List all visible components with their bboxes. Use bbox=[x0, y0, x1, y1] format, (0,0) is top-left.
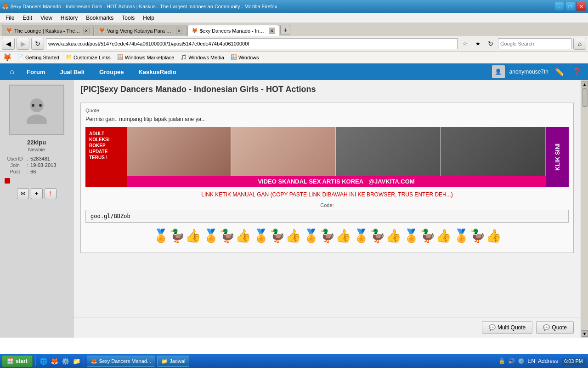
tab2-icon: 🦊 bbox=[99, 28, 105, 34]
bookmark-icon-getting-started: 📄 bbox=[17, 54, 24, 60]
tab3-label: $exy Dancers Manado - Indonesian Girls .… bbox=[200, 28, 267, 34]
menu-tools[interactable]: Tools bbox=[118, 14, 138, 22]
maximize-button[interactable]: □ bbox=[565, 2, 575, 11]
new-tab-button[interactable]: + bbox=[280, 25, 290, 35]
quote-button[interactable]: 💬 Quote bbox=[536, 321, 574, 334]
menu-help[interactable]: Help bbox=[139, 14, 158, 22]
star-filled-icon[interactable]: ★ bbox=[472, 38, 483, 49]
kaskus-nav-groupee[interactable]: Groupee bbox=[92, 63, 131, 80]
scrollbar[interactable]: ▲ ▼ bbox=[581, 80, 588, 338]
tab1-icon: 🦊 bbox=[6, 28, 12, 34]
window-title: $exy Dancers Manado - Indonesian Girls -… bbox=[11, 4, 277, 9]
address-bar: ◀ ▶ ↻ ☆ ★ ↻ ⌂ bbox=[0, 36, 588, 52]
forward-button[interactable]: ▶ bbox=[17, 38, 29, 50]
post-title: [PIC]$exy Dancers Manado - Indonesian Gi… bbox=[80, 85, 574, 97]
taskbar-firefox-icon[interactable]: 🦊 bbox=[50, 356, 59, 366]
taskbar-firefox-window[interactable]: 🦊 $exy Dancers Manad... bbox=[87, 356, 155, 367]
bookmark-customize-links[interactable]: 📁 Customize Links bbox=[63, 53, 113, 61]
taskbar-separator-1 bbox=[35, 356, 36, 366]
emoji-7: 🏅🦆👍 bbox=[453, 228, 502, 243]
help-icon[interactable]: ❓ bbox=[571, 65, 583, 78]
add-friend-button[interactable]: + bbox=[31, 188, 43, 199]
refresh-button[interactable]: ↻ bbox=[31, 38, 44, 50]
emoji-4: 🏅🦆👍 bbox=[303, 228, 351, 243]
star-icon[interactable]: ☆ bbox=[459, 38, 470, 49]
taskbar: 🪟 start 🌐 🦊 ⚙️ 📁 🦊 $exy Dancers Manad...… bbox=[0, 354, 588, 368]
bookmark-getting-started[interactable]: 📄 Getting Started bbox=[15, 53, 62, 61]
taskbar-folder-window[interactable]: 📁 Jadwal bbox=[157, 356, 189, 367]
bookmark-windows[interactable]: 🪟 Windows bbox=[228, 53, 262, 61]
address-label: Address bbox=[538, 358, 558, 364]
title-bar-controls: – □ ✕ bbox=[554, 2, 586, 11]
back-button[interactable]: ◀ bbox=[2, 38, 15, 50]
user-avatar-large bbox=[9, 85, 64, 135]
join-row: Join : 19-03-2013 bbox=[5, 162, 68, 168]
report-button[interactable]: ! bbox=[45, 188, 57, 199]
search-input[interactable] bbox=[498, 38, 571, 49]
reload-icon[interactable]: ↻ bbox=[485, 38, 496, 49]
scroll-thumb[interactable] bbox=[582, 88, 588, 107]
kaskus-nav-left: ⌂ Forum Jual Beli Groupee KaskusRadio bbox=[5, 63, 184, 80]
tab2-close[interactable]: ✕ bbox=[176, 28, 182, 34]
quote-icon: 💬 bbox=[489, 324, 496, 331]
join-label: Join bbox=[5, 162, 25, 168]
taskbar-separator-2 bbox=[84, 356, 84, 366]
menu-edit[interactable]: Edit bbox=[19, 14, 36, 22]
kaskus-home-button[interactable]: ⌂ bbox=[5, 64, 19, 79]
url-input[interactable] bbox=[46, 38, 458, 49]
kaskus-navbar: ⌂ Forum Jual Beli Groupee KaskusRadio 👤 … bbox=[0, 63, 588, 80]
tab-bar: 🦊 The Lounge | Kaskus - The Largest Indo… bbox=[0, 23, 588, 36]
sidebar-user-info: UserID : 5283481 Join : 19-03-2013 Post … bbox=[5, 156, 68, 174]
bookmark-icon-media: 🎵 bbox=[181, 54, 187, 60]
taskbar-ff-icon: 🦊 bbox=[91, 358, 97, 364]
scroll-down-button[interactable]: ▼ bbox=[582, 330, 588, 337]
multi-quote-button[interactable]: 💬 Multi Quote bbox=[482, 321, 532, 334]
quote-label: Quote: bbox=[85, 108, 569, 113]
ad-cta[interactable]: KLIK SINI bbox=[546, 127, 569, 187]
menu-bookmarks[interactable]: Bookmarks bbox=[82, 14, 117, 22]
kaskus-nav-radio[interactable]: KaskusRadio bbox=[131, 63, 183, 80]
menu-file[interactable]: File bbox=[2, 14, 18, 22]
post-count: 66 bbox=[30, 169, 36, 174]
menu-history[interactable]: History bbox=[57, 14, 81, 22]
minimize-button[interactable]: – bbox=[554, 2, 564, 11]
start-button[interactable]: 🪟 start bbox=[2, 355, 33, 367]
kaskus-nav-jualbeli[interactable]: Jual Beli bbox=[52, 63, 91, 80]
taskbar-icon-4[interactable]: 📁 bbox=[72, 356, 81, 366]
close-button[interactable]: ✕ bbox=[576, 2, 586, 11]
code-box: goo.gl/BBZob bbox=[85, 210, 569, 223]
network-icon: 🔒 bbox=[498, 358, 505, 364]
scroll-up-button[interactable]: ▲ bbox=[582, 81, 588, 87]
kaskus-nav-forum[interactable]: Forum bbox=[19, 63, 52, 80]
menu-view[interactable]: View bbox=[37, 14, 56, 22]
firefox-icon: 🦊 bbox=[3, 53, 12, 62]
tab3-close[interactable]: ✕ bbox=[269, 28, 275, 34]
userid-row: UserID : 5283481 bbox=[5, 156, 68, 161]
bookmark-icon-customize: 📁 bbox=[66, 54, 72, 60]
sidebar-username: 22klpu bbox=[5, 139, 68, 146]
send-message-button[interactable]: ✉ bbox=[17, 188, 29, 199]
taskbar-ie-icon[interactable]: 🌐 bbox=[39, 356, 48, 366]
svg-point-1 bbox=[27, 115, 47, 124]
taskbar-icon-3[interactable]: ⚙️ bbox=[61, 356, 70, 366]
join-separator: : bbox=[27, 162, 28, 168]
content-area: 22klpu Newbie UserID : 5283481 Join : 19… bbox=[0, 80, 588, 338]
tab3-icon: 🦊 bbox=[192, 28, 198, 34]
bookmark-windows-media[interactable]: 🎵 Windows Media bbox=[178, 53, 227, 61]
edit-icon[interactable]: ✏️ bbox=[553, 65, 566, 78]
ad-left-label: ADULT KOLEKSI BOKEP UPDATE TERUS ! bbox=[85, 127, 127, 187]
tab2-label: Vang Vieng Kotanya Para Backpacker | K..… bbox=[107, 28, 174, 34]
bookmark-windows-marketplace[interactable]: 🪟 Windows Marketplace bbox=[114, 53, 177, 61]
emoji-6: 🏅🦆👍 bbox=[403, 228, 452, 243]
tab-2[interactable]: 🦊 Vang Vieng Kotanya Para Backpacker | K… bbox=[95, 25, 187, 36]
code-label: Code: bbox=[85, 202, 569, 208]
bookmark-icon-marketplace: 🪟 bbox=[117, 54, 124, 60]
home-button[interactable]: ⌂ bbox=[573, 38, 586, 50]
ad-banner[interactable]: ADULT KOLEKSI BOKEP UPDATE TERUS ! VIDEO… bbox=[85, 127, 569, 187]
tab-3[interactable]: 🦊 $exy Dancers Manado - Indonesian Girls… bbox=[187, 25, 279, 36]
emoji-5: 🏅🦆👍 bbox=[353, 228, 401, 243]
tab1-close[interactable]: ✕ bbox=[83, 28, 90, 34]
tab-1[interactable]: 🦊 The Lounge | Kaskus - The Largest Indo… bbox=[2, 25, 94, 36]
join-value: 19-03-2013 bbox=[30, 162, 56, 168]
volume-icon[interactable]: 🔊 bbox=[508, 358, 515, 364]
